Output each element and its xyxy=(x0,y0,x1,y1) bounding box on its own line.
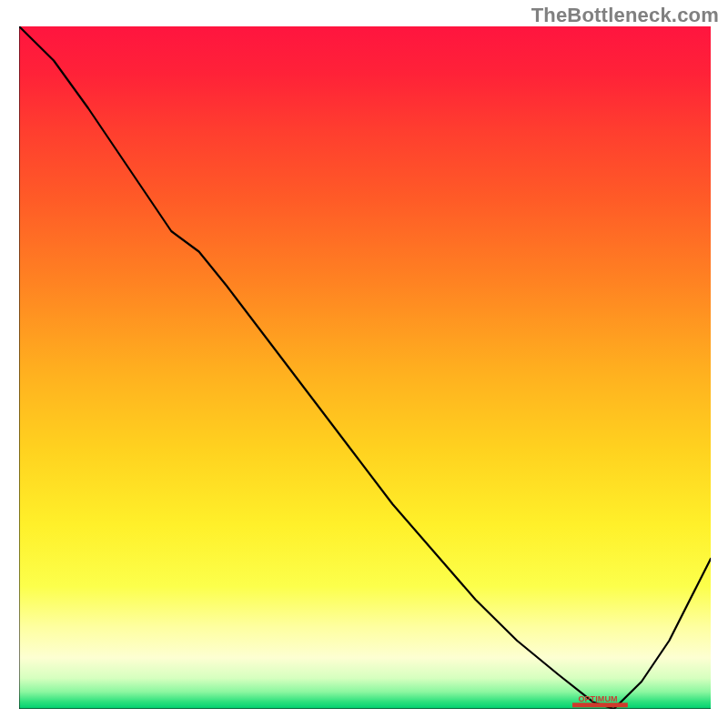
bottleneck-curve xyxy=(19,26,711,709)
watermark-text: TheBottleneck.com xyxy=(531,4,719,27)
plot-area: OPTIMUM xyxy=(19,26,711,709)
minimum-marker-label: OPTIMUM xyxy=(578,694,617,703)
chart-container: TheBottleneck.com xyxy=(0,0,728,728)
